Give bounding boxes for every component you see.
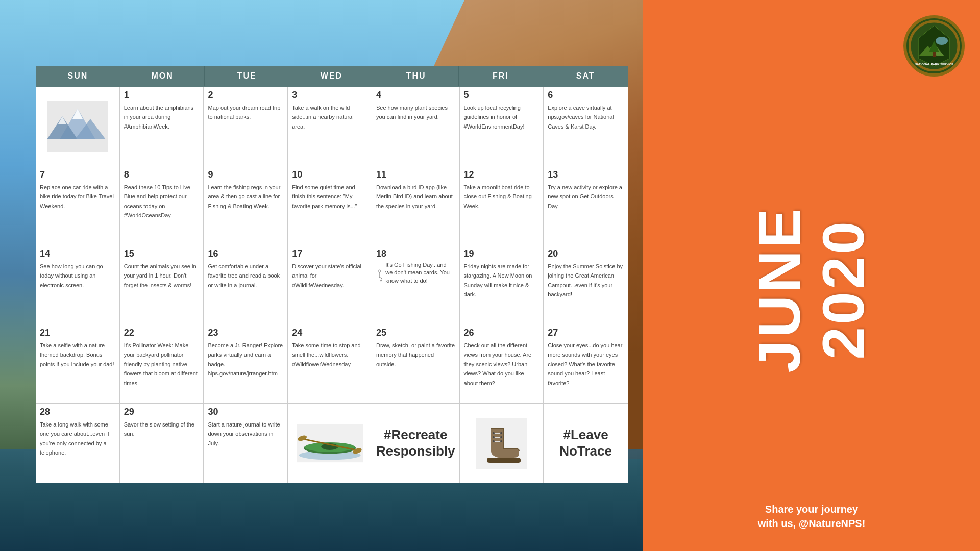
calendar: SUN MON TUE WED THU FRI SAT [36,66,628,483]
year-text: 2020 [814,219,873,360]
svg-text:NATIONAL PARK SERVICE: NATIONAL PARK SERVICE [915,63,954,66]
nps-logo: NATIONAL PARK SERVICE [903,15,965,77]
cell-week5-sat: #LeaveNoTrace [544,404,628,483]
share-text: Share your journey with us, @NatureNPS! [758,502,866,531]
header-fri: FRI [459,66,544,86]
fishing-hook-icon [376,261,383,289]
svg-point-31 [500,436,502,438]
cell-week5-wed [288,404,372,483]
svg-point-32 [493,440,495,442]
header-sat: SAT [543,66,628,86]
header-mon: MON [120,66,205,86]
svg-point-33 [500,440,502,442]
svg-point-29 [500,432,502,434]
cell-week3-wed: 17 Discover your state's official animal… [288,245,372,324]
cell-week2-wed: 10 Find some quiet time and finish this … [288,166,372,245]
cell-week3-mon: 15 Count the animals you see in your yar… [120,245,204,324]
hashtag-leave: #LeaveNoTrace [559,427,612,459]
cell-week5-mon: 29 Savor the slow setting of the sun. [120,404,204,483]
mountain-icon [47,101,108,152]
cell-week2-mon: 8 Read these 10 Tips to Live Blue and he… [120,166,204,245]
cell-week3-thu: 18 It's Go Fishing Day...and we don't me… [372,245,460,324]
header-wed: WED [289,66,374,86]
cell-week2-tue: 9 Learn the fishing regs in your area & … [204,166,288,245]
cell-week1-tue: 2 Map out your dream road trip to nation… [204,87,288,166]
svg-point-3 [936,37,948,45]
calendar-header: SUN MON TUE WED THU FRI SAT [36,66,628,86]
cell-week5-thu: #RecreateResponsibly [372,404,460,483]
cell-week1-sun [36,87,120,166]
cell-week4-fri: 26 Check out all the different views fro… [460,324,544,404]
month-year-display: JUNE 2020 [750,77,873,502]
cell-week1-fri: 5 Look up local recycling guidelines in … [460,87,544,166]
cell-week1-thu: 4 See how many plant species you can fin… [372,87,460,166]
cell-week5-fri [460,404,544,483]
right-panel: NATIONAL PARK SERVICE JUNE 2020 Share yo… [643,0,980,551]
header-tue: TUE [205,66,289,86]
cell-week4-thu: 25 Draw, sketch, or paint a favorite mem… [372,324,460,404]
cell-week4-sat: 27 Close your eyes...do you hear more so… [544,324,628,404]
cell-week2-thu: 11 Download a bird ID app (like Merlin B… [372,166,460,245]
cell-week2-fri: 12 Take a moonlit boat ride to close out… [460,166,544,245]
cell-week4-wed: 24 Take some time to stop and smell the.… [288,324,372,404]
cell-week4-sun: 21 Take a selfie with a nature-themed ba… [36,324,120,404]
cell-week1-sat: 6 Explore a cave virtually at nps.gov/ca… [544,87,628,166]
cell-week3-tue: 16 Get comfortable under a favorite tree… [204,245,288,324]
cell-week3-sun: 14 See how long you can go today without… [36,245,120,324]
cell-week5-tue: 30 Start a nature journal to write down … [204,404,288,483]
calendar-grid: 1 Learn about the amphibians in your are… [36,86,628,483]
hashtag-recreate: #RecreateResponsibly [376,427,455,459]
month-text: JUNE [750,206,809,373]
cell-week3-sat: 20 Enjoy the Summer Solstice by joining … [544,245,628,324]
cell-week2-sat: 13 Try a new activity or explore a new s… [544,166,628,245]
cell-week1-wed: 3 Take a walk on the wild side...in a ne… [288,87,372,166]
cell-week1-mon: 1 Learn about the amphibians in your are… [120,87,204,166]
cell-week2-sun: 7 Replace one car ride with a bike ride … [36,166,120,245]
svg-point-30 [493,436,495,438]
cell-week4-tue: 23 Become a Jr. Ranger! Explore parks vi… [204,324,288,404]
boot-icon [476,418,527,469]
header-thu: THU [374,66,459,86]
cell-week5-sun: 28 Take a long walk with some one you ca… [36,404,120,483]
cell-week3-fri: 19 Friday nights are made for stargazing… [460,245,544,324]
svg-point-28 [493,432,495,434]
kayak-icon [297,423,363,464]
header-sun: SUN [36,66,120,86]
svg-point-13 [378,270,381,272]
cell-week4-mon: 22 It's Pollinator Week: Make your backy… [120,324,204,404]
